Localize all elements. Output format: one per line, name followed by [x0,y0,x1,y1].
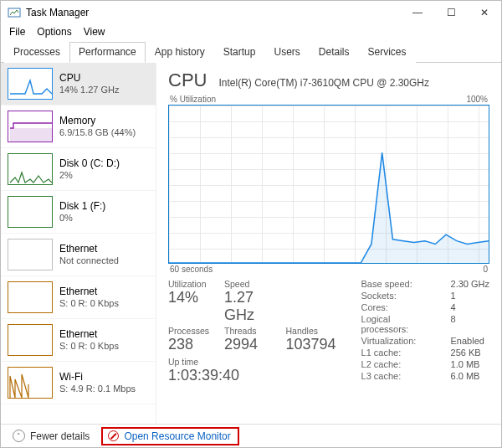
sidebar-item-title: Ethernet [59,286,119,298]
uptime-value: 1:03:39:40 [168,367,336,384]
utilization-label: Utilization [168,279,209,289]
sparkline-thumb [8,153,53,185]
sidebar-item-sub: 14% 1.27 GHz [59,85,120,96]
sidebar-item-sub: 2% [59,170,120,182]
menu-view[interactable]: View [84,26,105,38]
tab-details[interactable]: Details [310,42,359,63]
tab-app-history[interactable]: App history [146,42,214,63]
processes-value: 238 [168,336,209,353]
sidebar-item-sub: Not connected [59,255,119,267]
sparkline-thumb [8,367,53,399]
sparkline-thumb [8,68,53,100]
processes-label: Processes [168,326,209,336]
titlebar: Task Manager — ☐ ✕ [1,1,501,24]
window-title: Task Manager [26,7,89,18]
sidebar-item-ethernet[interactable]: EthernetNot connected [1,234,156,276]
speed-value: 1.27 GHz [224,289,270,324]
sidebar-item-cpu[interactable]: CPU14% 1.27 GHz [1,63,156,106]
sidebar-item-title: Ethernet [59,328,119,341]
minimize-button[interactable]: — [401,1,434,24]
menu-file[interactable]: File [9,26,25,38]
sparkline-thumb [8,239,53,270]
chart-ylabel: % Utilization [170,95,216,104]
tab-users[interactable]: Users [264,42,309,63]
tab-services[interactable]: Services [359,42,416,63]
chart-xmax: 0 [483,265,488,274]
cpu-utilization-chart[interactable] [168,105,489,264]
cpu-model: Intel(R) Core(TM) i7-3610QM CPU @ 2.30GH… [218,77,429,89]
sidebar-item-sub: S: 0 R: 0 Kbps [59,298,119,310]
utilization-value: 14% [168,289,209,306]
speed-label: Speed [224,279,270,289]
handles-label: Handles [285,326,336,336]
maximize-button[interactable]: ☐ [434,1,468,24]
sidebar-item-title: Ethernet [59,243,119,255]
close-button[interactable]: ✕ [468,1,501,24]
tab-performance[interactable]: Performance [69,42,146,63]
sidebar-item-wi-fi[interactable]: Wi-FiS: 4.9 R: 0.1 Mbps [1,362,156,404]
cpu-detail-pane: CPU Intel(R) Core(TM) i7-3610QM CPU @ 2.… [156,63,501,424]
svg-rect-1 [10,128,52,142]
sidebar-item-sub: 0% [59,213,105,224]
chart-ymax: 100% [466,95,488,104]
performance-sidebar[interactable]: CPU14% 1.27 GHzMemory6.9/15.8 GB (44%)Di… [1,63,156,424]
open-resource-monitor-link[interactable]: Open Resource Monitor [101,427,238,445]
sparkline-thumb [8,111,53,142]
tab-strip: Processes Performance App history Startu… [1,41,501,63]
sparkline-thumb [8,324,53,356]
tab-startup[interactable]: Startup [214,42,265,63]
sparkline-thumb [8,196,53,228]
content-area: CPU14% 1.27 GHzMemory6.9/15.8 GB (44%)Di… [1,63,501,424]
sidebar-item-title: Memory [59,115,136,127]
sidebar-item-title: CPU [59,72,120,85]
app-icon [8,6,21,19]
sidebar-item-disk-1-f-[interactable]: Disk 1 (F:)0% [1,191,156,234]
menubar: File Options View [1,24,501,41]
fewer-details-button[interactable]: ˄ Fewer details [8,428,95,444]
footer: ˄ Fewer details Open Resource Monitor [1,424,501,447]
resource-monitor-icon [108,430,119,441]
sidebar-item-sub: S: 4.9 R: 0.1 Mbps [59,384,136,395]
threads-label: Threads [224,326,270,336]
cpu-heading: CPU [168,70,207,91]
menu-options[interactable]: Options [37,26,71,38]
sidebar-item-ethernet[interactable]: EthernetS: 0 R: 0 Kbps [1,319,156,362]
sidebar-item-title: Wi-Fi [59,371,136,384]
sidebar-item-sub: 6.9/15.8 GB (44%) [59,127,136,139]
sidebar-item-sub: S: 0 R: 0 Kbps [59,341,119,353]
sidebar-item-memory[interactable]: Memory6.9/15.8 GB (44%) [1,106,156,148]
threads-value: 2994 [224,336,270,353]
chart-xmin: 60 seconds [170,265,213,274]
sidebar-item-ethernet[interactable]: EthernetS: 0 R: 0 Kbps [1,276,156,319]
sparkline-thumb [8,281,53,313]
tab-processes[interactable]: Processes [4,42,69,63]
uptime-label: Up time [168,357,336,367]
cpu-specs: Base speed:2.30 GHz Sockets:1 Cores:4 Lo… [361,279,489,384]
sidebar-item-disk-0-c-d-[interactable]: Disk 0 (C: D:)2% [1,148,156,191]
chevron-up-icon: ˄ [13,430,25,442]
sidebar-item-title: Disk 1 (F:) [59,200,105,213]
sidebar-item-title: Disk 0 (C: D:) [59,157,120,170]
handles-value: 103794 [285,336,336,353]
